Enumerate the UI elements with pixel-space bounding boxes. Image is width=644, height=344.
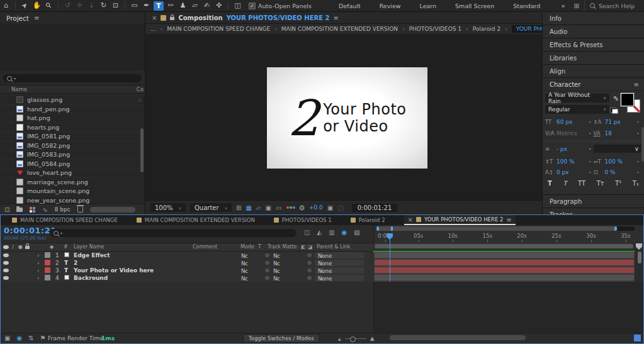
font-style-dropdown[interactable]: Regular∨ xyxy=(545,105,609,114)
expand-layer-switches-icon[interactable]: ▣ xyxy=(4,335,10,341)
camera-tool-icon[interactable]: ⊡ xyxy=(110,0,121,11)
scrollbar-corner[interactable] xyxy=(634,335,641,341)
workspace-manager-icon[interactable]: ⊞ xyxy=(574,3,579,9)
layer-expand-icon[interactable]: › xyxy=(37,267,40,274)
superscript-button[interactable]: T¹ xyxy=(615,180,621,187)
layer-label-color[interactable] xyxy=(45,267,50,273)
timeline-menu-icon[interactable]: ≡ xyxy=(506,216,511,223)
file-row[interactable]: IMG_0583.png xyxy=(0,150,145,160)
font-size-control[interactable]: TT 60 px▾ xyxy=(545,119,594,125)
layer-name-column-header[interactable]: Layer Name xyxy=(74,244,104,250)
composition-viewer-tab[interactable]: × Composition YOUR PHOTOS/VIDEO HERE 2 ≡ xyxy=(145,12,542,24)
magnification-dropdown[interactable]: 100%∨ xyxy=(150,203,186,212)
subscript-button[interactable]: T₁ xyxy=(633,180,639,187)
parent-pick-whip-icon[interactable]: ◎ xyxy=(307,267,312,273)
layer-visibility-icon[interactable] xyxy=(3,269,9,272)
workspace-review[interactable]: Review xyxy=(380,3,401,9)
panel-toggle-icon[interactable]: ◫ xyxy=(232,0,244,11)
timeline-navigator[interactable] xyxy=(376,226,635,231)
workspace-overflow-chevron[interactable]: » xyxy=(561,3,565,9)
leading-control[interactable]: ⇕A 71 px▾ xyxy=(594,119,642,125)
layer-visibility-icon[interactable] xyxy=(3,276,9,280)
render-marker-icon[interactable]: ⚑ xyxy=(40,335,46,341)
audio-column-icon[interactable]: ♪ xyxy=(11,244,14,250)
draft-3d-icon[interactable]: ◭ xyxy=(317,229,322,236)
dolly-camera-tool-icon[interactable]: ↓ xyxy=(86,0,98,11)
matte-toggle-icon[interactable]: ◪ xyxy=(308,244,313,250)
video-column-icon[interactable] xyxy=(3,245,9,249)
comment-column-header[interactable]: Co xyxy=(137,86,144,92)
file-row[interactable]: IMG_0582.png xyxy=(0,141,145,151)
label-column-icon[interactable]: ◆ xyxy=(50,244,54,250)
timeline-search-input[interactable]: ▾ xyxy=(50,229,297,237)
fill-color-swatch[interactable] xyxy=(621,93,634,106)
file-row[interactable]: hat.png xyxy=(0,114,145,123)
pick-whip-icon[interactable]: ◎ xyxy=(265,260,269,265)
character-panel-title[interactable]: Character xyxy=(550,81,580,88)
file-row[interactable]: IMG_0581.png xyxy=(0,132,145,141)
current-timecode[interactable]: 0:00:01:21 xyxy=(4,226,57,235)
toggle-switches-modes-button[interactable]: Toggle Switches / Modes xyxy=(243,334,320,343)
workspace-standard[interactable]: Standard xyxy=(513,3,540,9)
auto-open-panels-checkbox[interactable]: ✓ xyxy=(249,3,256,9)
layer-label-color[interactable] xyxy=(45,252,50,258)
parent-pick-whip-icon[interactable]: ◎ xyxy=(307,260,312,265)
new-folder-icon[interactable] xyxy=(16,208,23,212)
composition-canvas[interactable]: 2 Your Photoor Video xyxy=(145,34,542,201)
layer-visibility-icon[interactable] xyxy=(3,261,9,265)
blend-mode-dropdown[interactable]: Nc∨ xyxy=(241,267,246,274)
tracking-control[interactable]: VA 18▾ xyxy=(594,130,642,136)
blend-mode-dropdown[interactable]: Nc∨ xyxy=(241,275,246,281)
show-snapshot-icon[interactable]: ▢ xyxy=(337,204,343,211)
frame-blend-toggle-icon[interactable]: ◉ xyxy=(16,335,22,341)
breadcrumb-item[interactable]: PHOTOS/VIDEOS 1 xyxy=(409,26,461,32)
work-area-thumb[interactable] xyxy=(375,244,633,248)
tab-audio[interactable]: Audio xyxy=(543,25,644,38)
eraser-tool-icon[interactable]: ▱ xyxy=(189,0,201,11)
search-help-box[interactable]: Search Help xyxy=(584,0,644,11)
breadcrumb-item-current[interactable]: YOUR PHOTOS/VIDEO HERE 2 xyxy=(512,25,542,33)
work-area-bar[interactable] xyxy=(373,243,635,250)
horizontal-scale-control[interactable]: ↔T 100 %▾ xyxy=(594,158,642,165)
tsume-control[interactable]: ⊡ 0 %▾ xyxy=(594,169,642,175)
rotation-tool-icon[interactable]: ↻ xyxy=(98,0,110,11)
layer-duration-bar[interactable] xyxy=(375,252,634,258)
file-row[interactable]: marriage_scene.png xyxy=(0,178,145,187)
tab-align[interactable]: Align xyxy=(543,65,644,77)
viewer-timecode[interactable]: 0:00:01:21 xyxy=(352,204,398,212)
project-scrollbar[interactable] xyxy=(140,128,144,172)
brush-tool-icon[interactable]: ✏ xyxy=(165,0,177,11)
file-row[interactable]: new_year_scene.png xyxy=(0,196,145,204)
name-column-header[interactable]: Name xyxy=(11,86,27,92)
solo-column-icon[interactable]: ● xyxy=(18,244,23,250)
pick-whip-icon[interactable]: ◎ xyxy=(265,275,269,280)
file-row[interactable]: glasses.png∴ xyxy=(0,96,145,105)
layer-duration-bar[interactable] xyxy=(375,260,634,265)
stroke-style-dropdown[interactable]: ∨ xyxy=(594,145,642,153)
parent-pick-whip-icon[interactable]: ◎ xyxy=(307,252,312,258)
close-tab-icon[interactable]: × xyxy=(152,14,157,21)
preserve-transparency-icon[interactable]: ◧ xyxy=(301,244,306,250)
comment-column-header[interactable]: Comment xyxy=(193,244,217,250)
roto-brush-tool-icon[interactable]: ✍ xyxy=(201,0,213,11)
channel-settings-icon[interactable] xyxy=(286,206,295,209)
in-out-panes-icon[interactable]: ⇅ xyxy=(28,335,33,341)
exposure-icon[interactable]: ❂ xyxy=(300,204,305,211)
breadcrumb-item[interactable]: MAIN COMPOSITION EXTENDED VERSION xyxy=(281,26,398,32)
parent-pick-whip-icon[interactable]: ◎ xyxy=(307,275,312,280)
file-row[interactable]: hand_pen.png xyxy=(0,105,145,114)
layer-duration-bar[interactable] xyxy=(375,267,634,273)
mask-visibility-icon[interactable]: ▱ xyxy=(256,204,261,211)
layer-label-color[interactable] xyxy=(45,260,50,265)
layer-visibility-icon[interactable] xyxy=(3,253,9,257)
motion-blur-icon[interactable]: ◉ xyxy=(342,229,347,236)
navigator-start-handle[interactable] xyxy=(376,226,379,231)
parent-dropdown[interactable]: None∨ xyxy=(315,260,364,266)
tab-info[interactable]: Info xyxy=(543,12,644,25)
project-panel-title[interactable]: Project xyxy=(6,14,29,22)
puppet-pin-tool-icon[interactable]: ✜ xyxy=(213,0,225,11)
blend-mode-dropdown[interactable]: Nc∨ xyxy=(241,260,246,266)
layer-expand-icon[interactable]: › xyxy=(37,260,40,266)
project-settings-icon[interactable] xyxy=(30,207,35,213)
breadcrumb-item[interactable]: Polaroid 2 xyxy=(473,26,500,32)
